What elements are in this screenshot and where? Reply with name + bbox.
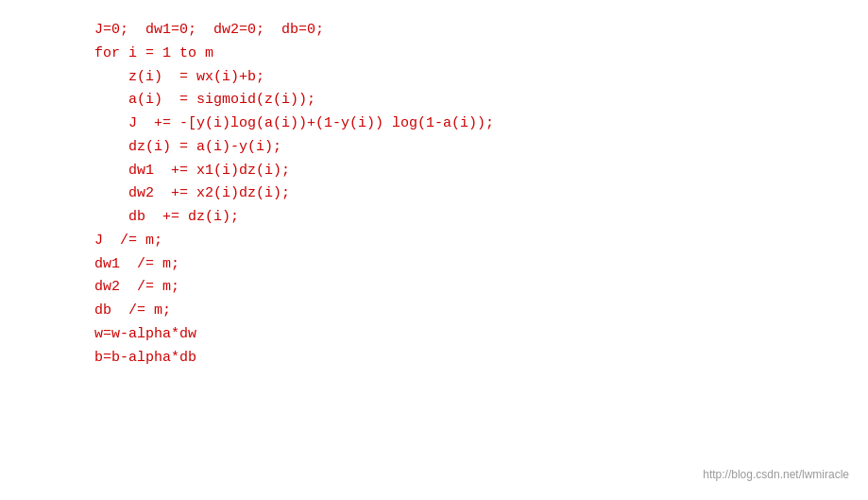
code-line: J += -[y(i)log(a(i))+(1-y(i)) log(1-a(i)… — [94, 112, 868, 136]
code-line: dw2 /= m; — [94, 276, 868, 300]
code-line: dw1 /= m; — [94, 253, 868, 277]
code-line: db /= m; — [94, 300, 868, 323]
code-line: for i = 1 to m — [94, 43, 868, 66]
code-line: J=0; dw1=0; dw2=0; db=0; — [94, 19, 868, 43]
code-line: b=b-alpha*db — [94, 347, 868, 371]
code-line: a(i) = sigmoid(z(i)); — [94, 89, 868, 112]
code-block: J=0; dw1=0; dw2=0; db=0;for i = 1 to m z… — [94, 19, 868, 370]
code-line: dw2 += x2(i)dz(i); — [94, 182, 868, 206]
code-line: w=w-alpha*dw — [94, 323, 868, 347]
code-line: dz(i) = a(i)-y(i); — [94, 136, 868, 160]
code-line: z(i) = wx(i)+b; — [94, 66, 868, 90]
code-container: J=0; dw1=0; dw2=0; db=0;for i = 1 to m z… — [0, 0, 868, 500]
code-line: J /= m; — [94, 230, 868, 253]
watermark: http://blog.csdn.net/lwmiracle — [703, 468, 849, 481]
code-line: dw1 += x1(i)dz(i); — [94, 160, 868, 183]
code-line: db += dz(i); — [94, 206, 868, 230]
